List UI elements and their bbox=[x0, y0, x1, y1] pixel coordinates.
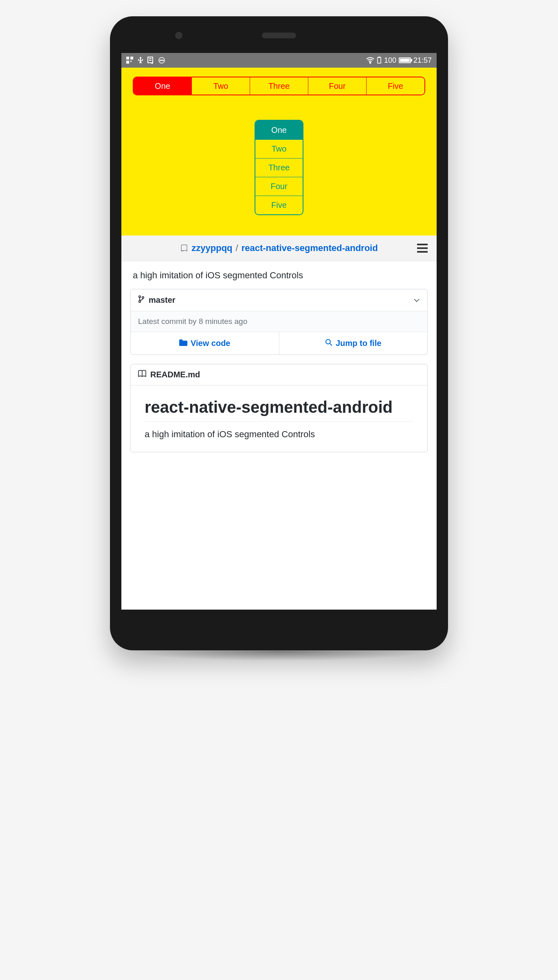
branch-name: master bbox=[149, 295, 176, 305]
search-icon bbox=[325, 339, 332, 348]
chevron-down-icon bbox=[413, 297, 420, 304]
svg-rect-12 bbox=[378, 57, 381, 63]
svg-rect-2 bbox=[126, 61, 129, 64]
segmented-horizontal: OneTwoThreeFourFive bbox=[133, 77, 425, 95]
latest-commit-text: Latest commit by 8 minutes ago bbox=[131, 311, 427, 332]
svg-point-9 bbox=[161, 60, 162, 61]
battery-percent: 100 bbox=[384, 56, 396, 65]
svg-rect-13 bbox=[378, 57, 380, 57]
repo-files-box: master Latest commit by 8 minutes ago Vi… bbox=[130, 289, 428, 355]
seg-h-item-one[interactable]: One bbox=[134, 77, 191, 95]
svg-point-8 bbox=[160, 60, 161, 61]
status-right: 100 21:57 bbox=[366, 56, 432, 65]
svg-rect-3 bbox=[130, 61, 132, 62]
book-icon bbox=[138, 370, 146, 379]
svg-point-10 bbox=[163, 60, 164, 61]
svg-point-11 bbox=[370, 62, 371, 64]
readme-box: README.md react-native-segmented-android… bbox=[130, 364, 428, 452]
device-frame: 100 21:57 OneTwoThreeFourFive OneTwoThre… bbox=[110, 16, 448, 650]
breadcrumb-separator: / bbox=[236, 243, 238, 253]
wifi-icon bbox=[366, 57, 374, 64]
seg-v-item-three[interactable]: Three bbox=[255, 158, 303, 177]
more-icon bbox=[158, 57, 165, 64]
seg-v-item-five[interactable]: Five bbox=[255, 196, 303, 214]
repo-icon bbox=[180, 244, 188, 253]
svg-point-15 bbox=[139, 301, 141, 302]
owner-link[interactable]: zzyyppqq bbox=[191, 243, 232, 253]
seg-h-item-four[interactable]: Four bbox=[308, 77, 366, 95]
view-code-button[interactable]: View code bbox=[131, 332, 279, 355]
jump-to-file-label: Jump to file bbox=[336, 339, 381, 348]
repo-description: a high imitation of iOS segmented Contro… bbox=[121, 261, 437, 286]
view-code-label: View code bbox=[191, 339, 230, 348]
debug-icon bbox=[147, 57, 154, 64]
battery-outline-icon bbox=[377, 57, 382, 64]
device-camera bbox=[175, 32, 182, 39]
jump-to-file-button[interactable]: Jump to file bbox=[279, 332, 428, 355]
device-speaker bbox=[262, 33, 296, 38]
seg-h-item-five[interactable]: Five bbox=[366, 77, 424, 95]
svg-rect-0 bbox=[126, 57, 129, 59]
repo-actions: View code Jump to file bbox=[131, 332, 427, 355]
battery-icon bbox=[399, 57, 411, 63]
svg-point-16 bbox=[142, 297, 144, 298]
branch-icon bbox=[138, 295, 145, 305]
segmented-vertical: OneTwoThreeFourFive bbox=[255, 120, 303, 215]
readme-title: react-native-segmented-android bbox=[145, 398, 413, 422]
seg-v-item-two[interactable]: Two bbox=[255, 139, 303, 158]
device-screen: 100 21:57 OneTwoThreeFourFive OneTwoThre… bbox=[121, 53, 437, 610]
svg-rect-1 bbox=[130, 57, 133, 59]
folder-icon bbox=[179, 339, 187, 348]
seg-h-item-two[interactable]: Two bbox=[191, 77, 250, 95]
seg-h-item-three[interactable]: Three bbox=[250, 77, 308, 95]
seg-v-item-one[interactable]: One bbox=[255, 121, 303, 139]
demo-area: OneTwoThreeFourFive OneTwoThreeFourFive bbox=[121, 68, 437, 236]
breadcrumb: zzyyppqq / react-native-segmented-androi… bbox=[141, 243, 417, 253]
readme-filename: README.md bbox=[150, 370, 200, 379]
apps-icon bbox=[126, 57, 134, 64]
svg-point-17 bbox=[326, 339, 330, 344]
readme-body: react-native-segmented-android a high im… bbox=[131, 385, 427, 452]
seg-v-item-four[interactable]: Four bbox=[255, 177, 303, 196]
readme-header: README.md bbox=[131, 364, 427, 385]
svg-point-14 bbox=[139, 296, 141, 297]
usb-icon bbox=[138, 57, 143, 64]
branch-selector[interactable]: master bbox=[131, 289, 427, 311]
hamburger-menu-icon[interactable] bbox=[417, 244, 428, 253]
readme-text: a high imitation of iOS segmented Contro… bbox=[145, 429, 413, 440]
repo-link[interactable]: react-native-segmented-android bbox=[242, 243, 378, 253]
status-bar: 100 21:57 bbox=[121, 53, 437, 68]
svg-line-18 bbox=[330, 344, 332, 346]
clock-text: 21:57 bbox=[413, 56, 432, 65]
repo-header: zzyyppqq / react-native-segmented-androi… bbox=[121, 236, 437, 261]
status-left bbox=[126, 57, 165, 64]
